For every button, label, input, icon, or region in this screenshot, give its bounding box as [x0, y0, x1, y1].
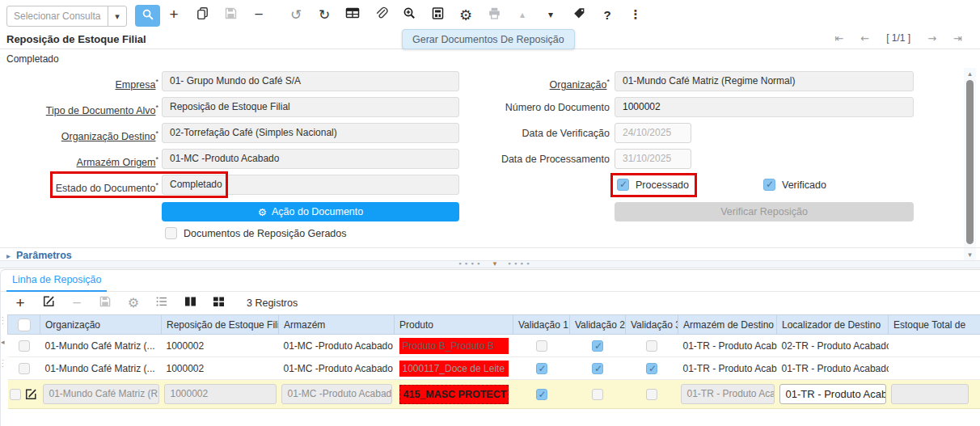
- panel-layout-button[interactable]: [181, 293, 199, 313]
- column-header[interactable]: Produto: [395, 315, 513, 335]
- data-verificacao-field[interactable]: 24/10/2025: [615, 123, 691, 143]
- chevron-down-icon[interactable]: ▾: [108, 6, 126, 26]
- armazem-origem-field[interactable]: 01-MC -Produto Acabado: [162, 149, 459, 169]
- add-button[interactable]: +: [165, 5, 183, 24]
- grid-view-button[interactable]: [209, 293, 227, 313]
- previous-record-button[interactable]: ←: [860, 33, 869, 44]
- query-select[interactable]: Selecionar Consulta ▾: [6, 6, 127, 27]
- table-row[interactable]: 01-Mundo Café Matriz (... 1000002 01-MC …: [8, 335, 980, 357]
- validacao3-checkbox[interactable]: [646, 340, 657, 352]
- collapse-button[interactable]: ▴: [513, 5, 531, 24]
- more-button[interactable]: ⋮: [627, 5, 644, 24]
- scroll-down-icon[interactable]: ▾: [964, 251, 976, 259]
- splitter-grip[interactable]: ∙∙∙: [2, 316, 3, 326]
- first-record-button[interactable]: ⇤: [834, 33, 843, 44]
- table-row-editing[interactable]: 01-Mundo Café Matriz (R 1000002 01-MC -P…: [8, 380, 980, 409]
- column-header[interactable]: Validação 3: [626, 315, 678, 335]
- select-all-checkbox[interactable]: [18, 318, 31, 331]
- acao-documento-button[interactable]: ⚙ Ação do Documento: [162, 202, 459, 221]
- reposicao-input[interactable]: 1000002: [164, 384, 277, 404]
- documentos-gerados-checkbox[interactable]: [165, 227, 177, 239]
- column-header[interactable]: Armazém: [279, 315, 395, 335]
- row-edit-button[interactable]: [40, 293, 57, 313]
- row-delete-button[interactable]: −: [68, 293, 86, 313]
- zoom-button[interactable]: [400, 5, 418, 24]
- data-processamento-field[interactable]: 31/10/2025: [615, 149, 691, 169]
- copy-button[interactable]: [193, 5, 211, 24]
- row-select-checkbox[interactable]: [10, 389, 21, 400]
- validacao1-checkbox[interactable]: [536, 389, 547, 400]
- next-record-button[interactable]: →: [927, 33, 936, 44]
- field-label-organizacao[interactable]: Organização*: [453, 71, 610, 92]
- quick-entry-button[interactable]: [153, 293, 171, 313]
- validacao1-checkbox[interactable]: [536, 340, 547, 352]
- field-label-empresa[interactable]: Empresa*: [0, 71, 158, 92]
- column-header[interactable]: Organização: [40, 315, 162, 335]
- refresh-button[interactable]: ↻: [315, 5, 333, 24]
- validacao2-checkbox[interactable]: [592, 363, 603, 374]
- row-select-checkbox[interactable]: [19, 363, 30, 374]
- grid-toggle-button[interactable]: [344, 5, 361, 24]
- field-label-armazem-origem[interactable]: Armazém Origem*: [0, 149, 158, 170]
- splitter-grip[interactable]: ∙∙∙∙: [507, 259, 532, 268]
- splitter-collapse-left-icon[interactable]: ◂: [1, 338, 5, 346]
- tipo-documento-alvo-field[interactable]: Reposição de Estoque Filial: [162, 97, 459, 117]
- scroll-up-icon[interactable]: ▴: [964, 70, 976, 78]
- organizacao-field[interactable]: 01-Mundo Café Matriz (Regime Normal): [615, 71, 914, 91]
- expand-button[interactable]: ▾: [542, 5, 560, 24]
- numero-documento-field[interactable]: 1000002: [615, 97, 914, 117]
- tab-linha-de-reposicao[interactable]: Linha de Reposição: [12, 274, 102, 285]
- vertical-splitter[interactable]: ∙∙∙ ◂ ∙∙∙: [1, 314, 6, 426]
- report-button[interactable]: [429, 5, 446, 24]
- validacao3-checkbox[interactable]: [646, 363, 657, 374]
- splitter-grip[interactable]: ∙∙∙∙: [458, 259, 483, 268]
- armazem-destino-input[interactable]: 01-TR - Produto Acabado: [681, 384, 775, 404]
- label-button[interactable]: [570, 5, 588, 24]
- cell-produto-error: 1000117_Doce de Leite: [399, 361, 509, 377]
- attachment-button[interactable]: [372, 5, 390, 24]
- horizontal-splitter[interactable]: ∙∙∙∙ ▾ ∙∙∙∙: [0, 260, 980, 268]
- localizador-destino-input[interactable]: 01-TR - Produto Acaba: [779, 384, 886, 404]
- estado-documento-field[interactable]: Completado: [162, 175, 459, 195]
- edit-row-icon[interactable]: [24, 387, 38, 401]
- process-button[interactable]: ⚙: [457, 5, 475, 24]
- column-header[interactable]: Validação 2: [570, 315, 626, 335]
- field-label-tipo-documento-alvo[interactable]: Tipo de Documento Alvo*: [0, 97, 158, 118]
- row-add-button[interactable]: +: [11, 293, 29, 313]
- save-button[interactable]: [222, 5, 239, 24]
- armazem-input[interactable]: 01-MC -Produto Acabado: [281, 384, 392, 404]
- form-scrollbar[interactable]: ▴ ▾: [964, 68, 976, 260]
- scrollbar-thumb[interactable]: [966, 80, 974, 244]
- column-header[interactable]: Reposição de Estoque Fili...: [162, 315, 279, 335]
- splitter-collapse-icon[interactable]: ▾: [493, 259, 497, 268]
- search-button[interactable]: [135, 5, 160, 27]
- validacao2-checkbox[interactable]: [592, 389, 603, 400]
- field-label-organizacao-destino[interactable]: Organização Destino*: [0, 123, 158, 144]
- last-record-button[interactable]: ⇥: [953, 33, 962, 44]
- column-header[interactable]: Validação 1: [513, 315, 570, 335]
- row-process-button[interactable]: ⚙: [125, 293, 142, 313]
- column-header[interactable]: Armazém de Destino: [678, 315, 777, 335]
- row-save-button[interactable]: [96, 293, 114, 313]
- print-button[interactable]: [485, 5, 503, 24]
- organizacao-destino-field[interactable]: 02-Torrefação Café (Simples Nacional): [162, 123, 459, 143]
- splitter-grip[interactable]: ∙∙∙: [2, 359, 3, 369]
- delete-button[interactable]: −: [250, 5, 268, 24]
- help-button[interactable]: ?: [598, 5, 616, 24]
- processado-checkbox[interactable]: [617, 179, 629, 191]
- table-row[interactable]: 01-Mundo Café Matriz (... 1000002 01-MC …: [8, 357, 980, 380]
- parameters-toggle[interactable]: ▸ Parâmetros: [6, 250, 72, 261]
- verificado-checkbox[interactable]: [763, 179, 775, 191]
- column-header[interactable]: Estoque Total de: [889, 315, 980, 335]
- estoque-total-input[interactable]: [891, 384, 969, 404]
- empresa-field[interactable]: 01- Grupo Mundo do Café S/A: [162, 71, 459, 91]
- validacao1-checkbox[interactable]: [536, 363, 547, 374]
- column-header[interactable]: Localizador de Destino: [777, 315, 889, 335]
- undo-button[interactable]: ↺: [287, 5, 305, 24]
- validacao3-checkbox[interactable]: [646, 389, 657, 400]
- verificar-reposicao-button[interactable]: Verificar Reposição: [615, 202, 914, 221]
- validacao2-checkbox[interactable]: [592, 340, 603, 352]
- row-select-checkbox[interactable]: [19, 340, 30, 352]
- produto-input-error[interactable]: 415_MASC PROTECT FIL: [399, 385, 509, 404]
- organizacao-input[interactable]: 01-Mundo Café Matriz (R: [43, 384, 159, 404]
